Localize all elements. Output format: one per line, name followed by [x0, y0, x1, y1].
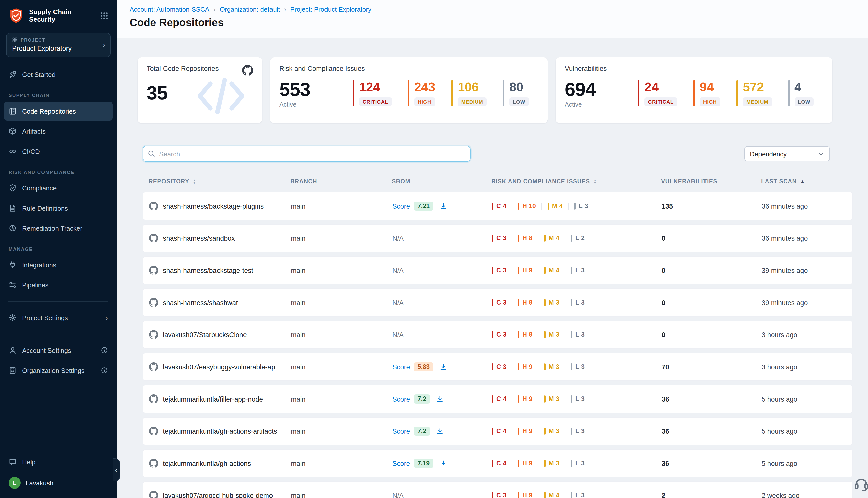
table-row[interactable]: shash-harness/backstage-plugins main Sco… [143, 192, 853, 220]
col-risk: RISK AND COMPLIANCE ISSUES ▲▼ [491, 179, 661, 184]
last-scan: 5 hours ago [762, 460, 846, 467]
table-row[interactable]: shash-harness/sandbox main N/A C3 H8 M4 … [143, 224, 853, 252]
table-header: REPOSITORY ▲▼ BRANCH SBOM RISK AND COMPL… [143, 174, 853, 189]
repo-name[interactable]: shash-harness/backstage-plugins [163, 202, 271, 210]
sidebar-collapse-handle[interactable]: ‹ [112, 458, 120, 482]
sidebar-item-pipelines[interactable]: Pipelines [4, 275, 112, 294]
vulnerabilities-count: 0 [662, 234, 762, 242]
severity-low-chip: L3 [571, 363, 585, 370]
module-switcher-icon[interactable] [100, 11, 108, 20]
sidebar-item-get-started[interactable]: Get Started [4, 65, 112, 84]
table-row[interactable]: lavakush07/argocd-hub-spoke-demo main N/… [143, 482, 853, 498]
low-stat: 4 LOW [788, 80, 814, 106]
repo-name[interactable]: tejakummarikuntla/filler-app-node [163, 395, 270, 403]
user-menu[interactable]: L Lavakush [4, 473, 112, 493]
sbom-na: N/A [392, 266, 404, 274]
sidebar-nav: Get Started SUPPLY CHAIN Code Repositori… [0, 60, 117, 498]
download-sbom-icon[interactable] [439, 460, 447, 467]
sbom-score-link[interactable]: Score [392, 428, 410, 435]
breadcrumb-account[interactable]: Account: Automation-SSCA [130, 5, 210, 13]
vulnerabilities-subtitle: Active [565, 101, 638, 108]
sbom-score-link[interactable]: Score [392, 202, 410, 210]
support-headset-icon[interactable] [853, 474, 868, 496]
download-sbom-icon[interactable] [436, 428, 443, 435]
page-header: Account: Automation-SSCA › Organization:… [117, 0, 868, 38]
sort-toggle-icon[interactable]: ▲▼ [193, 179, 197, 184]
severity-high-chip: H9 [518, 460, 532, 467]
branch-cell: main [291, 492, 392, 498]
vulnerabilities-count: 36 [662, 428, 762, 435]
severity-medium-chip: M4 [544, 235, 559, 242]
app-root: Supply Chain Security PROJECT Product Ex… [0, 0, 868, 498]
sbom-score-value: 5.83 [414, 362, 433, 371]
divider [8, 301, 108, 302]
download-sbom-icon[interactable] [436, 395, 443, 403]
sidebar-item-organization-settings[interactable]: Organization Settings [4, 361, 112, 380]
branch-cell: main [291, 202, 392, 210]
repo-name[interactable]: lavakush07/StarbucksClone [163, 331, 254, 339]
table-row[interactable]: tejakummarikuntla/gh-actions-artifacts m… [143, 417, 853, 445]
sidebar-item-code-repositories[interactable]: Code Repositories [4, 102, 112, 121]
main-content: Account: Automation-SSCA › Organization:… [117, 0, 868, 498]
repo-name[interactable]: lavakush07/argocd-hub-spoke-demo [163, 492, 280, 498]
severity-medium-chip: M4 [544, 492, 559, 498]
sidebar-item-rule-definitions[interactable]: Rule Definitions [4, 198, 112, 218]
sidebar-item-remediation-tracker[interactable]: Remediation Tracker [4, 219, 112, 238]
last-scan: 5 hours ago [762, 395, 846, 403]
sbom-score-link[interactable]: Score [392, 363, 410, 371]
vulnerabilities-count: 2 [662, 492, 762, 498]
github-icon [149, 266, 158, 275]
severity-critical-chip: C3 [492, 363, 506, 370]
severity-medium-chip: M3 [544, 428, 559, 435]
table-row[interactable]: lavakush07/easybuggy-vulnerable-app... m… [143, 353, 853, 381]
sort-asc-icon[interactable]: ▲ [800, 179, 805, 184]
github-icon [149, 234, 158, 243]
sbom-score-value: 7.19 [414, 459, 433, 468]
sidebar-item-compliance[interactable]: Compliance [4, 179, 112, 197]
repo-name[interactable]: shash-harness/shashwat [163, 299, 245, 306]
sidebar-item-project-settings[interactable]: Project Settings › [4, 308, 112, 327]
project-selector[interactable]: PROJECT Product Exploratory › [6, 32, 110, 57]
breadcrumb-organization[interactable]: Organization: default [220, 5, 280, 13]
sidebar-item-artifacts[interactable]: Artifacts [4, 122, 112, 141]
sidebar-item-help[interactable]: Help [4, 452, 112, 471]
repositories-table: REPOSITORY ▲▼ BRANCH SBOM RISK AND COMPL… [143, 174, 853, 498]
chevron-down-icon [818, 150, 824, 157]
severity-high-chip: H9 [518, 428, 532, 435]
severity-medium-chip: M3 [544, 363, 559, 370]
repo-name[interactable]: lavakush07/easybuggy-vulnerable-app... [163, 363, 291, 371]
critical-badge: CRITICAL [645, 97, 677, 106]
dependency-filter-dropdown[interactable]: Dependency [745, 146, 830, 161]
download-sbom-icon[interactable] [439, 363, 447, 371]
sbom-score-link[interactable]: Score [392, 460, 410, 467]
sidebar-item-account-settings[interactable]: Account Settings [4, 341, 112, 360]
sort-toggle-icon[interactable]: ▲▼ [593, 179, 597, 184]
sidebar-item-integrations[interactable]: Integrations [4, 255, 112, 274]
breadcrumb-project[interactable]: Project: Product Exploratory [290, 5, 372, 13]
repo-name[interactable]: tejakummarikuntla/gh-actions-artifacts [163, 428, 284, 435]
repo-name[interactable]: shash-harness/backstage-test [163, 266, 260, 274]
table-row[interactable]: shash-harness/backstage-test main N/A C3… [143, 256, 853, 285]
table-row[interactable]: tejakummarikuntla/filler-app-node main S… [143, 385, 853, 413]
medium-stat: 106 MEDIUM [451, 80, 487, 106]
total-repositories-card: Total Code Repositories 35 [138, 57, 262, 123]
severity-low-chip: L3 [571, 267, 585, 274]
sidebar-item-cicd[interactable]: CI/CD [4, 142, 112, 161]
risk-issues-value: 553 [279, 79, 352, 100]
document-icon [9, 204, 16, 212]
branch-cell: main [291, 234, 392, 242]
sbom-na: N/A [392, 299, 404, 306]
table-row[interactable]: shash-harness/shashwat main N/A C3 H8 M3… [143, 288, 853, 317]
download-sbom-icon[interactable] [439, 202, 447, 210]
github-icon [149, 394, 158, 404]
table-row[interactable]: tejakummarikuntla/gh-actions main Score … [143, 449, 853, 477]
vulnerabilities-value: 694 [565, 79, 638, 100]
sbom-score-link[interactable]: Score [392, 395, 410, 403]
search-input[interactable] [143, 146, 471, 162]
repo-name[interactable]: shash-harness/sandbox [163, 234, 242, 242]
table-row[interactable]: lavakush07/StarbucksClone main N/A C3 H8… [143, 320, 853, 349]
branch-cell: main [291, 363, 392, 371]
card-title: Vulnerabilities [565, 65, 607, 73]
repo-name[interactable]: tejakummarikuntla/gh-actions [163, 460, 258, 467]
severity-low-chip: L3 [571, 460, 585, 467]
